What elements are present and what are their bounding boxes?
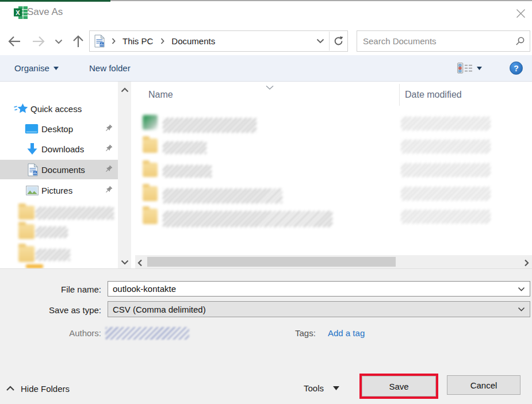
redacted-folder-name [36, 226, 68, 238]
dialog-title: Save As [27, 6, 63, 18]
redacted-date-modified [401, 187, 491, 201]
sidebar-item-downloads[interactable]: Downloads [0, 139, 118, 159]
window-top-border [110, 0, 532, 1]
close-icon[interactable] [514, 7, 527, 20]
chevron-down-icon [333, 386, 339, 390]
folder-icon [18, 206, 35, 220]
file-name-label: File name: [0, 284, 101, 294]
breadcrumb-chevron-icon [160, 38, 164, 44]
horizontal-scrollbar-thumb[interactable] [147, 257, 396, 267]
redacted-file-name [163, 165, 212, 178]
folder-icon [18, 224, 35, 239]
location-file-icon [94, 34, 105, 48]
save-label: Save [389, 382, 408, 391]
recent-locations-chevron-icon[interactable] [54, 38, 63, 45]
documents-icon [27, 163, 38, 176]
help-button[interactable]: ? [510, 61, 523, 75]
save-as-dialog: X Save As [0, 0, 532, 404]
search-box [357, 30, 530, 52]
search-icon[interactable] [510, 36, 530, 47]
sidebar-item-label: Quick access [30, 104, 82, 114]
folder-icon [26, 264, 43, 268]
save-button[interactable]: Save [362, 376, 436, 397]
address-bar[interactable]: This PC Documents [89, 30, 348, 52]
scroll-left-icon[interactable] [137, 259, 143, 268]
add-a-tag-link[interactable]: Add a tag [328, 328, 365, 338]
address-dropdown-chevron-icon[interactable] [312, 38, 329, 45]
column-header-name[interactable]: Name [148, 90, 173, 100]
forward-arrow-icon [30, 33, 46, 49]
folder-icon [18, 246, 35, 262]
save-as-type-chevron-icon [512, 307, 530, 311]
pin-icon [104, 186, 113, 194]
folder-icon [143, 209, 158, 224]
column-header-date-modified[interactable]: Date modified [405, 90, 462, 100]
excel-window-strip [0, 0, 110, 2]
redacted-file-name [163, 188, 282, 203]
scroll-up-icon[interactable] [118, 83, 131, 96]
redacted-folder-name [36, 249, 70, 261]
help-icon: ? [514, 64, 519, 73]
quick-access-star-icon [14, 102, 29, 115]
pin-icon [104, 144, 113, 153]
column-divider[interactable] [399, 84, 400, 106]
authors-label: Authors: [0, 328, 101, 338]
redacted-folder-name [36, 207, 114, 220]
sidebar-item-documents[interactable]: Documents [0, 160, 118, 179]
file-name-dropdown-chevron-icon[interactable] [512, 287, 530, 291]
excel-file-icon [143, 115, 158, 130]
sidebar-item-label: Desktop [41, 124, 73, 134]
downloads-icon [26, 142, 38, 155]
redacted-file-name [163, 211, 332, 227]
sidebar-item-label: Documents [41, 165, 85, 175]
save-as-type-label: Save as type: [0, 305, 101, 315]
desktop-icon [24, 123, 39, 134]
pin-icon [104, 165, 113, 174]
sidebar-scrollbar[interactable] [118, 82, 131, 268]
save-as-type-select[interactable]: CSV (Comma delimited) [108, 301, 530, 317]
pin-icon [104, 124, 113, 133]
up-arrow-icon[interactable] [70, 33, 86, 49]
pictures-icon [25, 185, 39, 195]
file-name-input[interactable] [108, 284, 512, 294]
scroll-right-icon[interactable] [524, 259, 529, 268]
chevron-down-icon [53, 67, 59, 70]
redacted-file-name [163, 141, 206, 154]
redacted-date-modified [401, 210, 491, 224]
organise-button[interactable]: Organise [14, 55, 59, 81]
scroll-down-icon[interactable] [118, 256, 131, 268]
redacted-authors-value [105, 327, 189, 340]
view-options-icon [457, 63, 473, 74]
save-button-highlight: Save [359, 374, 438, 399]
view-options-button[interactable] [457, 55, 482, 81]
sidebar-item-desktop[interactable]: Desktop [0, 119, 118, 138]
hide-folders-button[interactable]: Hide Folders [6, 381, 70, 396]
tags-label: Tags: [295, 328, 316, 338]
search-input[interactable] [357, 36, 510, 46]
redacted-date-modified [401, 163, 491, 177]
tools-button[interactable]: Tools [304, 380, 339, 395]
breadcrumb-chevron-icon [111, 38, 116, 44]
sidebar-item-quick-access[interactable]: Quick access [0, 99, 118, 118]
svg-text:X: X [16, 9, 20, 16]
sidebar-item-label: Downloads [41, 144, 84, 154]
hide-folders-label: Hide Folders [21, 384, 70, 394]
sidebar-item-pictures[interactable]: Pictures [0, 180, 118, 200]
redacted-date-modified [401, 117, 491, 130]
breadcrumb-documents[interactable]: Documents [171, 36, 215, 46]
back-arrow-icon[interactable] [6, 33, 22, 49]
refresh-icon[interactable] [330, 35, 347, 48]
folder-icon [143, 163, 158, 177]
redacted-date-modified [401, 140, 491, 153]
folder-icon [143, 138, 158, 153]
organise-label: Organise [14, 63, 49, 73]
new-folder-button[interactable]: New folder [89, 55, 131, 81]
cancel-button[interactable]: Cancel [447, 375, 520, 395]
save-as-type-value: CSV (Comma delimited) [108, 305, 512, 314]
chevron-up-icon [6, 386, 15, 391]
tools-label: Tools [304, 383, 324, 393]
command-toolbar: Organise New folder [0, 55, 532, 82]
new-folder-label: New folder [89, 63, 131, 73]
breadcrumb-this-pc[interactable]: This PC [123, 36, 153, 46]
excel-logo-icon: X [14, 6, 28, 19]
